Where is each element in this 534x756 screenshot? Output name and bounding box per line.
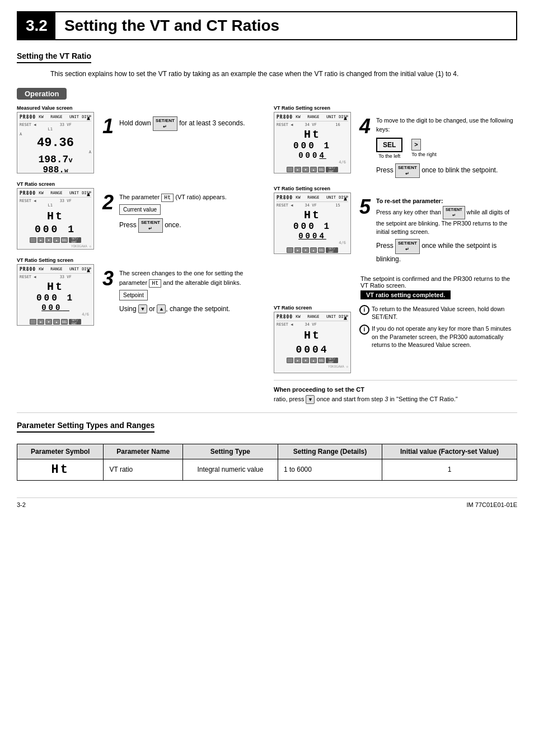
completed-note: The setpoint is confirmed and the PR300 … (274, 275, 517, 299)
btn-mode-2 (30, 237, 36, 243)
step-4-content: To move to the digit to be changed, use … (376, 105, 517, 178)
arrow-up-icon-final: ▲ (344, 314, 347, 321)
after-note-text-1: To return to the Measured Value screen, … (372, 305, 517, 321)
arrow-up-icon: ▲ (87, 115, 90, 121)
lcd-seg-3a: 000 1 (20, 293, 91, 303)
step-5-number: 5 (359, 186, 374, 217)
step-3-content: The screen changes to the one for settin… (119, 257, 260, 314)
btn-down-2: ▼ (45, 237, 52, 243)
operation-badge: Operation (17, 88, 67, 100)
vt-ratio-final-screen: ▲ PR800 KW RANGE UNIT DISP RESET ◀ 34 VF… (274, 312, 351, 373)
vt-ratio-setting-label-4: VT Ratio Setting screen (274, 105, 355, 111)
setent-key-reset[interactable]: SET/ENT↵ (443, 206, 465, 219)
step-2-instr: 2 The parameter Ht (VT ratio) appears. C… (102, 181, 260, 250)
ht-param-final: Ht (277, 329, 348, 342)
sel-key-display: SEL To the left (376, 138, 402, 161)
btn-down-4: ▼ (302, 167, 309, 172)
row-range: 1 to 6000 (278, 459, 382, 480)
setent-key-4[interactable]: SET/ENT↵ (395, 163, 420, 178)
col-header-symbol: Parameter Symbol (17, 444, 104, 459)
vt-ratio-setting-label-3: VT Ratio Setting screen (17, 257, 98, 263)
btn-setent-5: SET/ENT (326, 247, 338, 253)
ct-ratio-note: When proceeding to set the CT ratio, pre… (274, 380, 517, 405)
step-1-instr: 1 Hold down SET/ENT↵ for at least 3 seco… (102, 105, 260, 173)
param-table: Parameter Symbol Parameter Name Setting … (17, 444, 517, 481)
ht-param-2: Ht (20, 210, 91, 223)
step-5-content: To re-set the parameter: Press any key o… (376, 186, 517, 267)
step-4-screen: VT Ratio Setting screen ▲ PR800 KW RANGE… (274, 105, 355, 178)
step-2: VT Ratio screen ▲ PR800 KW RANGE UNIT DI… (17, 181, 260, 250)
vt-ratio-setting-completed-badge: VT ratio setting completed. (360, 290, 451, 299)
btn-sel-5: SEL (318, 247, 325, 253)
step-5-instr: 5 To re-set the parameter: Press any key… (359, 186, 517, 267)
after-note-2: i If you do not operate any key for more… (359, 325, 517, 349)
page-title-text: Setting the VT and CT Ratios (55, 12, 288, 39)
btn-right-4: ▶ (294, 167, 301, 172)
up-arrow-key-3[interactable]: ▲ (157, 304, 166, 313)
step-4-instr: 4 To move to the digit to be changed, us… (359, 105, 517, 178)
step-4: VT Ratio Setting screen ▲ PR800 KW RANGE… (274, 105, 517, 178)
btn-down-3: ▼ (45, 319, 52, 325)
current-value-label: Current value (119, 204, 161, 215)
after-notes-col: i To return to the Measured Value screen… (359, 305, 517, 373)
measured-value-screen-label: Measured Value screen (17, 105, 98, 111)
btn-up-3: ▲ (53, 319, 60, 325)
arrow-up-icon-5: ▲ (344, 195, 347, 201)
step-2-screen: VT Ratio screen ▲ PR800 KW RANGE UNIT DI… (17, 181, 98, 250)
param-table-heading: Parameter Setting Types and Ranges (17, 421, 154, 433)
row-initial: 1 (382, 459, 517, 480)
step-1-number: 1 (102, 105, 117, 137)
setent-key-2[interactable]: SET/ENT↵ (138, 218, 163, 233)
info-icon-1: i (359, 305, 369, 315)
lcd-seg-5a: 000 1 (277, 222, 348, 232)
page-title-number: 3.2 (18, 12, 55, 39)
btn-down-f: ▼ (302, 358, 309, 363)
down-arrow-key-3[interactable]: ▼ (138, 304, 147, 313)
setent-key-5[interactable]: SET/ENT↵ (395, 239, 420, 253)
down-arrow-ct[interactable]: ▼ (306, 395, 315, 404)
btn-up-5: ▲ (310, 247, 317, 253)
lcd-top-bar-4: PR800 KW RANGE UNIT DISP (277, 115, 348, 121)
vt-ratio-final-block: VT Ratio screen ▲ PR800 KW RANGE UNIT DI… (274, 305, 517, 373)
intro-text: This section explains how to set the VT … (50, 69, 517, 79)
lcd-buttons-5: ▶ ▼ ▲ SEL SET/ENT (277, 247, 348, 253)
step-1-text: Hold down SET/ENT↵ for at least 3 second… (119, 105, 260, 131)
setent-key-1[interactable]: SET/ENT↵ (153, 116, 177, 131)
ht-param-3: Ht (20, 280, 91, 293)
param-table-section: Parameter Setting Types and Ranges Param… (17, 421, 517, 481)
lcd-top-bar-3: PR800 KW RANGE UNIT DISP (20, 267, 91, 274)
after-note-1: i To return to the Measured Value screen… (359, 305, 517, 321)
lcd-top-bar-5: PR800 KW RANGE UNIT DISP (277, 195, 348, 202)
step-5-instruction: Press SET/ENT↵ once while the setpoint i… (376, 239, 517, 264)
ht-param-5: Ht (277, 209, 348, 222)
btn-setent-4: SET/ENT (326, 167, 338, 172)
btn-up-2: ▲ (53, 237, 60, 243)
lcd-seg-2a: 000 1 (20, 224, 91, 235)
lcd-value-1: 49.36 (20, 137, 91, 150)
btn-sel-f: SEL (318, 358, 325, 363)
vt-ratio-final-screen-col: VT Ratio screen ▲ PR800 KW RANGE UNIT DI… (274, 305, 355, 373)
lcd-brand: PR800 (20, 115, 36, 120)
arrow-up-icon-3: ▲ (87, 267, 90, 273)
step-4-number: 4 (359, 105, 374, 137)
col-header-name: Parameter Name (104, 444, 182, 459)
step-3-screen: VT Ratio Setting screen ▲ PR800 KW RANGE… (17, 257, 98, 326)
lcd-buttons-final: ▶ ▼ ▲ SEL SET/ENT (277, 358, 348, 363)
chevron-right-key[interactable]: > (411, 139, 420, 151)
lcd-top-bar: PR800 KW RANGE UNIT DISP (20, 115, 91, 121)
btn-right-f: ▶ (294, 358, 301, 363)
lcd-top-bar-final: PR800 KW RANGE UNIT DISP (277, 314, 348, 321)
vt-ratio-final-label: VT Ratio screen (274, 305, 355, 311)
page-footer: 3-2 IM 77C01E01-01E (17, 497, 517, 508)
vt-ratio-setting-label-5: VT Ratio Setting screen (274, 186, 355, 191)
sel-box[interactable]: SEL (376, 138, 402, 152)
btn-sel-2: SEL (61, 237, 68, 243)
footer-page-number: 3-2 (17, 501, 26, 508)
vt-ratio-setting-screen-5: ▲ PR800 KW RANGE UNIT DISP RESET ◀ 34 VF… (274, 192, 351, 254)
lcd-buttons-2: ▶ ▼ ▲ SEL SET/ENT (20, 237, 91, 243)
arrow-up-icon-4: ▲ (344, 115, 347, 121)
step-5-screen: VT Ratio Setting screen ▲ PR800 KW RANGE… (274, 186, 355, 267)
btn-right-2: ▶ (38, 237, 44, 243)
lcd-top-bar-2: PR800 KW RANGE UNIT DISP (20, 191, 91, 198)
lcd-value-3: 988.w (20, 166, 91, 173)
